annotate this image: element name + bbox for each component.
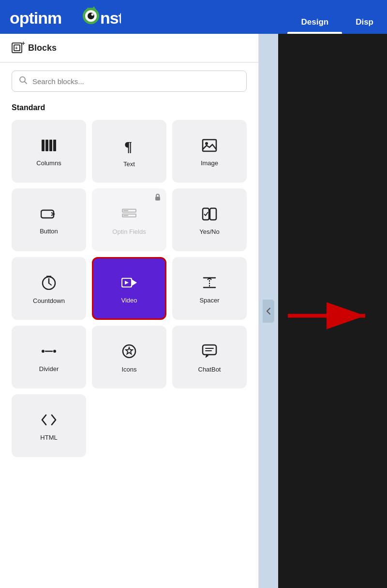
block-label-video: Video	[121, 297, 137, 304]
svg-marker-33	[132, 279, 137, 286]
header: optinm nster Design Disp	[0, 0, 387, 34]
search-icon	[19, 76, 28, 86]
block-label-html: HTML	[40, 434, 57, 441]
svg-text:+: +	[15, 45, 18, 51]
video-icon	[121, 276, 137, 292]
svg-rect-13	[45, 140, 48, 151]
spacer-icon	[202, 276, 217, 292]
section-label: Standard	[0, 100, 258, 120]
search-input[interactable]	[32, 77, 239, 86]
text-icon: ¶	[122, 138, 136, 156]
svg-point-18	[205, 142, 208, 145]
blocks-title: Blocks	[28, 43, 57, 53]
block-item-text[interactable]: ¶ Text	[92, 120, 166, 183]
image-icon	[202, 139, 217, 155]
block-label-chatbot: ChatBot	[198, 366, 221, 373]
columns-icon	[41, 139, 57, 155]
svg-rect-12	[42, 140, 45, 151]
block-item-countdown[interactable]: Countdown	[12, 257, 86, 320]
block-item-divider[interactable]: Divider	[12, 326, 86, 388]
block-label-spacer: Spacer	[199, 297, 219, 304]
block-label-yesno: Yes/No	[199, 228, 219, 235]
block-item-columns[interactable]: Columns	[12, 120, 86, 183]
svg-marker-6	[92, 6, 96, 9]
html-icon	[40, 413, 58, 429]
main-layout: + Blocks Standard	[0, 34, 387, 588]
svg-rect-14	[49, 140, 52, 151]
svg-point-3	[88, 13, 94, 19]
svg-text:¶: ¶	[124, 138, 132, 153]
svg-line-30	[49, 283, 51, 285]
logo: optinm nster	[10, 6, 121, 28]
chatbot-icon	[202, 344, 217, 361]
svg-point-41	[53, 350, 56, 353]
block-label-image: Image	[201, 159, 218, 167]
block-label-button: Button	[40, 228, 58, 235]
yesno-icon	[202, 207, 217, 223]
divider-icon	[41, 344, 57, 360]
button-icon	[41, 208, 57, 223]
block-item-video[interactable]: Video	[92, 257, 166, 320]
icons-icon	[122, 344, 136, 361]
block-label-columns: Columns	[36, 159, 61, 167]
block-item-image[interactable]: Image	[172, 120, 247, 183]
optin-icon	[121, 207, 137, 223]
svg-line-11	[25, 82, 27, 84]
svg-rect-43	[203, 345, 216, 355]
tab-design[interactable]: Design	[287, 17, 342, 34]
svg-text:optinm: optinm	[10, 9, 61, 27]
block-item-icons[interactable]: Icons	[92, 326, 166, 388]
countdown-icon	[41, 275, 57, 292]
block-label-text: Text	[123, 160, 135, 168]
tab-display[interactable]: Disp	[342, 17, 387, 34]
block-item-chatbot[interactable]: ChatBot	[172, 326, 247, 388]
block-item-optin-fields[interactable]: Optin Fields	[92, 188, 166, 251]
blocks-grid: Columns ¶ Text	[0, 120, 258, 469]
svg-rect-15	[53, 140, 56, 151]
block-label-icons: Icons	[121, 366, 136, 373]
svg-rect-19	[41, 210, 54, 218]
block-item-spacer[interactable]: Spacer	[172, 257, 247, 320]
svg-rect-25	[203, 208, 209, 220]
svg-point-4	[91, 14, 94, 16]
search-box	[12, 71, 247, 92]
logo-svg: optinm nster	[10, 6, 121, 28]
svg-rect-17	[203, 140, 216, 151]
header-tabs: Design Disp	[287, 0, 387, 34]
preview-area	[278, 34, 387, 588]
svg-rect-26	[210, 208, 216, 220]
block-item-yesno[interactable]: Yes/No	[172, 188, 247, 251]
block-item-button[interactable]: Button	[12, 188, 86, 251]
block-label-countdown: Countdown	[33, 297, 65, 304]
blocks-panel: + Blocks Standard	[0, 34, 259, 588]
svg-text:nster: nster	[100, 9, 121, 27]
blocks-add-icon: +	[12, 43, 22, 53]
panel-collapse-button[interactable]	[263, 300, 274, 323]
blocks-header: + Blocks	[0, 34, 258, 63]
block-label-divider: Divider	[39, 365, 59, 373]
block-item-html[interactable]: HTML	[12, 394, 86, 457]
svg-point-39	[42, 350, 45, 353]
svg-rect-20	[155, 197, 160, 201]
search-container	[0, 63, 258, 100]
block-label-optin-fields: Optin Fields	[112, 228, 146, 235]
lock-icon	[154, 193, 162, 202]
panel-edge	[259, 34, 278, 588]
right-panel	[259, 34, 387, 588]
